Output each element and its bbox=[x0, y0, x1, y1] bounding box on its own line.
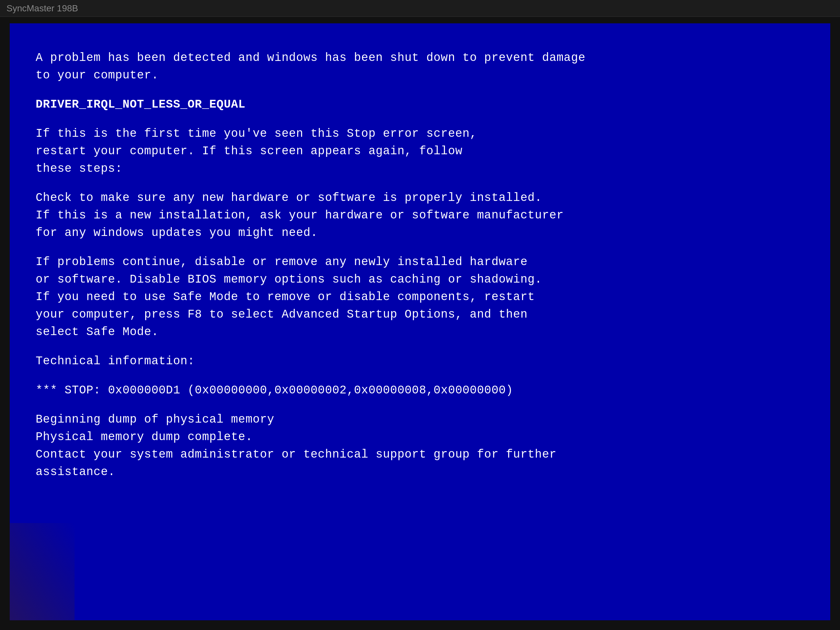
monitor-bezel: SyncMaster 198B A problem has been detec… bbox=[0, 0, 840, 630]
bsod-if-problems-text: If problems continue, disable or remove … bbox=[36, 255, 542, 339]
vignette-overlay bbox=[10, 523, 74, 620]
bsod-check-hardware-text: Check to make sure any new hardware or s… bbox=[36, 191, 564, 240]
bsod-if-problems-section: If problems continue, disable or remove … bbox=[36, 253, 804, 341]
bsod-intro-section: A problem has been detected and windows … bbox=[36, 49, 804, 84]
bsod-stop-code: *** STOP: 0x000000D1 (0x00000000,0x00000… bbox=[36, 384, 513, 397]
bsod-intro-text: A problem has been detected and windows … bbox=[36, 51, 586, 82]
bsod-first-time-section: If this is the first time you've seen th… bbox=[36, 125, 804, 178]
bsod-technical-section: Technical information: bbox=[36, 352, 804, 370]
bsod-error-code: DRIVER_IRQL_NOT_LESS_OR_EQUAL bbox=[36, 98, 245, 111]
bsod-screen: A problem has been detected and windows … bbox=[10, 23, 830, 620]
monitor-top-bar: SyncMaster 198B bbox=[0, 0, 840, 17]
bsod-error-code-section: DRIVER_IRQL_NOT_LESS_OR_EQUAL bbox=[36, 96, 804, 114]
bsod-technical-label: Technical information: bbox=[36, 352, 804, 370]
bsod-dump-text: Beginning dump of physical memory Physic… bbox=[36, 413, 556, 478]
bsod-check-hardware-section: Check to make sure any new hardware or s… bbox=[36, 189, 804, 242]
bsod-first-time-text: If this is the first time you've seen th… bbox=[36, 127, 477, 175]
monitor-label: SyncMaster 198B bbox=[6, 3, 78, 14]
bsod-dump-section: Beginning dump of physical memory Physic… bbox=[36, 411, 804, 481]
bsod-stop-code-section: *** STOP: 0x000000D1 (0x00000000,0x00000… bbox=[36, 382, 804, 399]
